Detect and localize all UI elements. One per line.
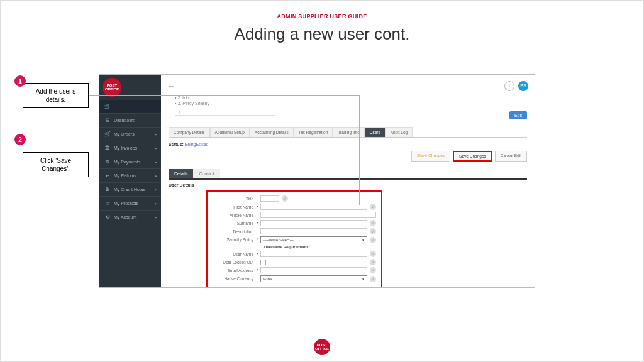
chevron-right-icon: ▸	[155, 146, 157, 151]
input-first-name[interactable]	[260, 204, 367, 210]
save-changes-button[interactable]: Save Changes	[453, 151, 492, 162]
cancel-edit-button[interactable]: Cancel Edit	[495, 151, 527, 162]
select-security-policy[interactable]: ---Please Select---	[260, 236, 367, 243]
input-description[interactable]	[260, 228, 367, 234]
status-value: BeingEdited	[185, 142, 209, 146]
return-icon: ↩	[104, 173, 111, 178]
help-icon[interactable]: i	[370, 276, 376, 282]
tab-audit[interactable]: Audit Log	[386, 127, 413, 137]
help-icon[interactable]: i	[282, 195, 288, 202]
gear-icon: ⚙	[104, 214, 111, 220]
tab-accounting[interactable]: Accounting Details	[250, 127, 294, 137]
input-title[interactable]	[260, 195, 279, 202]
tab-company[interactable]: Company Details	[169, 127, 210, 137]
sidebar-item-returns[interactable]: ↩My Returns▸	[99, 169, 161, 183]
grid-icon: ⊞	[104, 118, 111, 123]
bank-icon: 🏛	[104, 145, 111, 151]
input-email[interactable]	[260, 267, 367, 273]
sidebar-item-orders[interactable]: 🛒My Orders▸	[99, 128, 161, 141]
user-details-form: Titlei First Name*i Middle Name Surname*…	[206, 190, 382, 288]
callout-box-1: Add the user's details.	[23, 83, 89, 108]
subtab-contact[interactable]: Contact	[193, 169, 219, 178]
callout-box-2: Click 'Save Changes'.	[23, 152, 89, 177]
help-icon[interactable]: i	[370, 204, 376, 210]
nav-icon: 🛒	[104, 104, 111, 109]
checkbox-locked[interactable]	[260, 260, 266, 265]
label-middle: Middle Name	[213, 213, 257, 217]
label-surname: Surname	[213, 221, 257, 226]
main-content: • 2. b b • 3. Percy Shelley + Edit Compa…	[161, 89, 535, 287]
label-email: Email Address	[213, 268, 257, 273]
sidebar: POST OFFICE 🛒 ⊞Dashboard 🛒My Orders▸ 🏛My…	[99, 75, 161, 287]
help-icon[interactable]: i	[370, 237, 376, 243]
add-row-button[interactable]: +	[175, 109, 275, 116]
guide-header: ADMIN SUPPLIER USER GUIDE	[1, 1, 643, 25]
footer-logo: POST OFFICE	[314, 339, 330, 355]
status-row: Status: BeingEdited	[169, 142, 527, 146]
chevron-right-icon: ▸	[155, 215, 157, 220]
sidebar-item-products[interactable]: ☆My Products▸	[99, 197, 161, 211]
dollar-icon: $	[104, 159, 111, 165]
cart-icon: 🛒	[104, 131, 111, 137]
help-icon[interactable]: i	[370, 267, 376, 273]
page-title: Adding a new user cont.	[1, 25, 643, 44]
tab-additional[interactable]: Additional Setup	[210, 127, 250, 137]
crumb-item[interactable]: • 3. Percy Shelley	[175, 101, 527, 106]
sidebar-item-active[interactable]: 🛒	[99, 100, 161, 114]
brand-logo: POST OFFICE	[103, 78, 121, 97]
chevron-right-icon: ▸	[155, 187, 157, 192]
label-title: Title	[213, 197, 257, 201]
doc-icon: 🗎	[104, 187, 111, 192]
sidebar-item-account[interactable]: ⚙My Account▸	[99, 211, 161, 224]
help-icon[interactable]: i	[370, 220, 376, 226]
callout-marker-2: 2	[14, 134, 26, 145]
help-icon[interactable]: i	[370, 251, 376, 257]
section-heading: User Details	[169, 183, 527, 187]
breadcrumb: • 2. b b • 3. Percy Shelley	[175, 95, 527, 106]
label-first: First Name	[213, 205, 257, 209]
status-label: Status:	[169, 142, 184, 146]
label-policy: Security Policy	[213, 238, 257, 242]
label-username: User Name	[213, 252, 257, 256]
chevron-right-icon: ▸	[155, 201, 157, 206]
username-subhead: Username Requirements:	[264, 245, 376, 249]
label-locked: User Locked Out	[213, 260, 257, 265]
sidebar-item-payments[interactable]: $My Payments▸	[99, 155, 161, 169]
sidebar-item-invoices[interactable]: 🏛My Invoices▸	[99, 141, 161, 155]
chevron-right-icon: ▸	[155, 173, 157, 178]
edit-button[interactable]: Edit	[509, 111, 527, 119]
sidebar-item-dashboard[interactable]: ⊞Dashboard	[99, 114, 161, 128]
input-username[interactable]	[260, 251, 367, 257]
chevron-right-icon: ▸	[155, 132, 157, 137]
sidebar-item-credit[interactable]: 🗎My Credit Notes▸	[99, 183, 161, 197]
chevron-right-icon: ▸	[155, 160, 157, 165]
subtab-row: Details Contact	[169, 169, 527, 180]
tab-row: Company Details Additional Setup Account…	[169, 127, 527, 138]
crumb-item[interactable]: • 2. b b	[175, 95, 527, 101]
help-icon[interactable]: i	[370, 228, 376, 234]
subtab-details[interactable]: Details	[169, 169, 193, 178]
star-icon: ☆	[104, 200, 111, 206]
tab-tax[interactable]: Tax Registration	[294, 127, 333, 137]
tab-users[interactable]: Users	[365, 127, 386, 137]
app-screenshot: POST OFFICE 🛒 ⊞Dashboard 🛒My Orders▸ 🏛My…	[99, 74, 535, 288]
callout-marker-1: 1	[14, 75, 26, 87]
input-middle-name[interactable]	[260, 212, 376, 218]
tab-trading[interactable]: Trading Info	[333, 127, 364, 137]
select-currency[interactable]: None	[260, 275, 367, 282]
input-surname[interactable]	[260, 220, 367, 226]
label-currency: Native Currency	[213, 277, 257, 281]
help-icon[interactable]: i	[370, 259, 376, 265]
label-desc: Description	[213, 229, 257, 234]
